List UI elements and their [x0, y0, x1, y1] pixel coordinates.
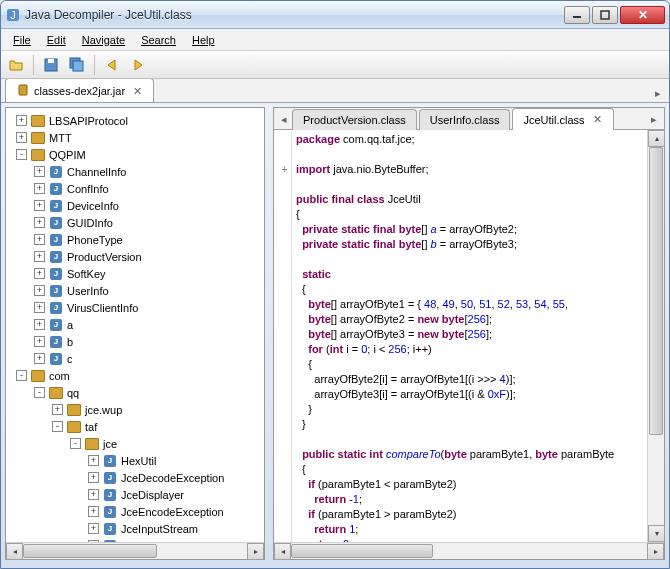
tree-node[interactable]: +ProductVersion	[8, 248, 262, 265]
package-tree[interactable]: +LBSAPIProtocol+MTT-QQPIM+ChannelInfo+Co…	[6, 108, 264, 542]
scroll-thumb[interactable]	[649, 147, 663, 435]
tree-node[interactable]: +c	[8, 350, 262, 367]
expand-icon[interactable]: +	[34, 183, 45, 194]
collapse-icon[interactable]: -	[34, 387, 45, 398]
scroll-thumb[interactable]	[23, 544, 157, 558]
collapse-icon[interactable]: -	[70, 438, 81, 449]
window-title: Java Decompiler - JceUtil.class	[25, 8, 562, 22]
tree-node[interactable]: -com	[8, 367, 262, 384]
tab-jar[interactable]: classes-dex2jar.jar ✕	[5, 79, 154, 103]
expand-icon[interactable]: +	[34, 302, 45, 313]
expand-icon[interactable]: +	[34, 166, 45, 177]
expand-icon[interactable]: +	[88, 455, 99, 466]
tab-userinfo[interactable]: UserInfo.class	[419, 109, 511, 130]
menu-file[interactable]: File	[5, 31, 39, 49]
expand-icon[interactable]: +	[34, 336, 45, 347]
close-button[interactable]: ✕	[620, 6, 665, 24]
save-button[interactable]	[40, 54, 62, 76]
editor-vscrollbar[interactable]: ▴ ▾	[647, 130, 664, 542]
tree-node[interactable]: -jce	[8, 435, 262, 452]
editor-hscrollbar[interactable]: ◂ ▸	[274, 542, 664, 559]
expand-icon[interactable]: +	[34, 319, 45, 330]
tree-node[interactable]: +jce.wup	[8, 401, 262, 418]
tree-node[interactable]: +ConfInfo	[8, 180, 262, 197]
expand-icon[interactable]: +	[16, 132, 27, 143]
scroll-right-icon[interactable]: ▸	[247, 543, 264, 560]
tree-node[interactable]: +MTT	[8, 129, 262, 146]
tree-node[interactable]: +b	[8, 333, 262, 350]
tree-node[interactable]: +JceInputStream	[8, 520, 262, 537]
tab-scroll-right-icon[interactable]: ▸	[646, 113, 662, 129]
open-button[interactable]	[5, 54, 27, 76]
tree-node[interactable]: +JceDisplayer	[8, 486, 262, 503]
scroll-down-icon[interactable]: ▾	[648, 525, 665, 542]
expand-icon[interactable]: +	[88, 489, 99, 500]
code-line: private static final byte[] a = arrayOfB…	[278, 222, 660, 237]
tree-node[interactable]: +PhoneType	[8, 231, 262, 248]
menu-navigate[interactable]: Navigate	[74, 31, 133, 49]
class-icon	[102, 487, 118, 503]
expand-icon[interactable]: +	[88, 506, 99, 517]
collapse-icon[interactable]: -	[52, 421, 63, 432]
tree-node-label: com	[49, 370, 70, 382]
tab-productversion[interactable]: ProductVersion.class	[292, 109, 417, 130]
back-button[interactable]	[101, 54, 123, 76]
class-icon	[48, 232, 64, 248]
expand-icon[interactable]: +	[34, 268, 45, 279]
class-icon	[102, 521, 118, 537]
menu-edit[interactable]: Edit	[39, 31, 74, 49]
expand-icon[interactable]: +	[34, 285, 45, 296]
gutter	[278, 312, 292, 327]
tree-node[interactable]: +ChannelInfo	[8, 163, 262, 180]
minimize-button[interactable]	[564, 6, 590, 24]
expand-icon[interactable]: +	[34, 200, 45, 211]
tab-jceutil[interactable]: JceUtil.class ✕	[512, 108, 613, 130]
tree-node[interactable]: +DeviceInfo	[8, 197, 262, 214]
fold-expand-icon[interactable]: +	[278, 162, 292, 177]
scroll-up-icon[interactable]: ▴	[648, 130, 665, 147]
scroll-left-icon[interactable]: ◂	[6, 543, 23, 560]
forward-button[interactable]	[127, 54, 149, 76]
maximize-button[interactable]	[592, 6, 618, 24]
menu-help[interactable]: Help	[184, 31, 223, 49]
scroll-left-icon[interactable]: ◂	[274, 543, 291, 560]
expand-icon[interactable]: +	[88, 523, 99, 534]
tree-node[interactable]: -qq	[8, 384, 262, 401]
tree-node[interactable]: +VirusClientInfo	[8, 299, 262, 316]
expand-icon[interactable]: +	[34, 353, 45, 364]
class-icon	[48, 300, 64, 316]
tree-node[interactable]: +a	[8, 316, 262, 333]
scroll-thumb[interactable]	[291, 544, 433, 558]
tree-node[interactable]: +UserInfo	[8, 282, 262, 299]
package-icon	[30, 147, 46, 163]
tab-overflow-icon[interactable]: ▸	[651, 85, 665, 102]
tab-close-icon[interactable]: ✕	[133, 85, 143, 98]
code-editor[interactable]: package com.qq.taf.jce; +import java.nio…	[274, 130, 664, 542]
tree-node[interactable]: -QQPIM	[8, 146, 262, 163]
splitter[interactable]	[267, 105, 271, 562]
scroll-right-icon[interactable]: ▸	[647, 543, 664, 560]
tree-node[interactable]: +JceEncodeException	[8, 503, 262, 520]
tree-node[interactable]: +HexUtil	[8, 452, 262, 469]
collapse-icon[interactable]: -	[16, 149, 27, 160]
menu-search[interactable]: Search	[133, 31, 184, 49]
save-all-button[interactable]	[66, 54, 88, 76]
titlebar[interactable]: J Java Decompiler - JceUtil.class ✕	[1, 1, 669, 29]
tree-node[interactable]: -taf	[8, 418, 262, 435]
expand-icon[interactable]: +	[52, 404, 63, 415]
tree-node-label: taf	[85, 421, 97, 433]
tree-node[interactable]: +GUIDInfo	[8, 214, 262, 231]
tree-hscrollbar[interactable]: ◂ ▸	[6, 542, 264, 559]
expand-icon[interactable]: +	[34, 217, 45, 228]
expand-icon[interactable]: +	[88, 472, 99, 483]
tree-node[interactable]: +LBSAPIProtocol	[8, 112, 262, 129]
svg-text:J: J	[10, 9, 16, 21]
tree-node[interactable]: +SoftKey	[8, 265, 262, 282]
expand-icon[interactable]: +	[34, 234, 45, 245]
collapse-icon[interactable]: -	[16, 370, 27, 381]
expand-icon[interactable]: +	[34, 251, 45, 262]
tree-node[interactable]: +JceDecodeException	[8, 469, 262, 486]
expand-icon[interactable]: +	[16, 115, 27, 126]
tab-close-icon[interactable]: ✕	[593, 113, 603, 126]
tab-scroll-left-icon[interactable]: ◂	[276, 113, 292, 129]
